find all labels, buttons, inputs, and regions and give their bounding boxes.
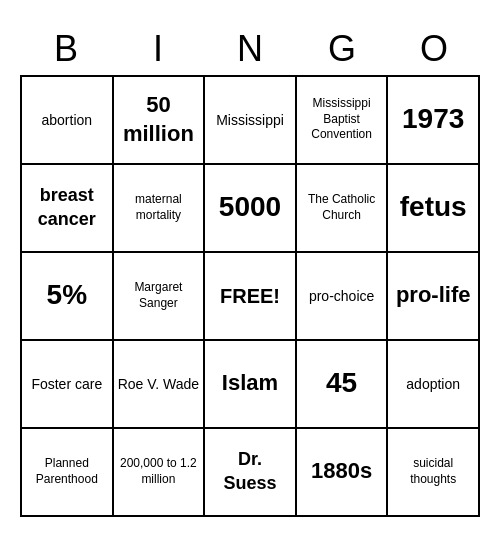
cell-2-0: 5%: [22, 253, 114, 341]
bingo-grid: abortion 50 million Mississippi Mississi…: [20, 75, 480, 517]
cell-2-1: Margaret Sanger: [114, 253, 206, 341]
cell-0-2: Mississippi: [205, 77, 297, 165]
cell-4-1: 200,000 to 1.2 million: [114, 429, 206, 517]
cell-0-0: abortion: [22, 77, 114, 165]
cell-0-4: 1973: [388, 77, 480, 165]
cell-0-1: 50 million: [114, 77, 206, 165]
cell-0-3: Mississippi Baptist Convention: [297, 77, 389, 165]
cell-4-3: 1880s: [297, 429, 389, 517]
letter-g: G: [298, 27, 386, 70]
letter-i: I: [114, 27, 202, 70]
bingo-title: B I N G O: [20, 27, 480, 70]
letter-o: O: [390, 27, 478, 70]
cell-3-3: 45: [297, 341, 389, 429]
cell-4-4: suicidal thoughts: [388, 429, 480, 517]
cell-1-0: breast cancer: [22, 165, 114, 253]
cell-2-4: pro-life: [388, 253, 480, 341]
letter-b: B: [22, 27, 110, 70]
cell-2-3: pro-choice: [297, 253, 389, 341]
cell-4-2: Dr. Suess: [205, 429, 297, 517]
cell-3-1: Roe V. Wade: [114, 341, 206, 429]
cell-2-2: FREE!: [205, 253, 297, 341]
cell-4-0: Planned Parenthood: [22, 429, 114, 517]
cell-3-2: Islam: [205, 341, 297, 429]
cell-1-1: maternal mortality: [114, 165, 206, 253]
bingo-card: B I N G O abortion 50 million Mississipp…: [10, 17, 490, 526]
cell-1-4: fetus: [388, 165, 480, 253]
cell-3-4: adoption: [388, 341, 480, 429]
cell-1-2: 5000: [205, 165, 297, 253]
cell-3-0: Foster care: [22, 341, 114, 429]
cell-1-3: The Catholic Church: [297, 165, 389, 253]
letter-n: N: [206, 27, 294, 70]
